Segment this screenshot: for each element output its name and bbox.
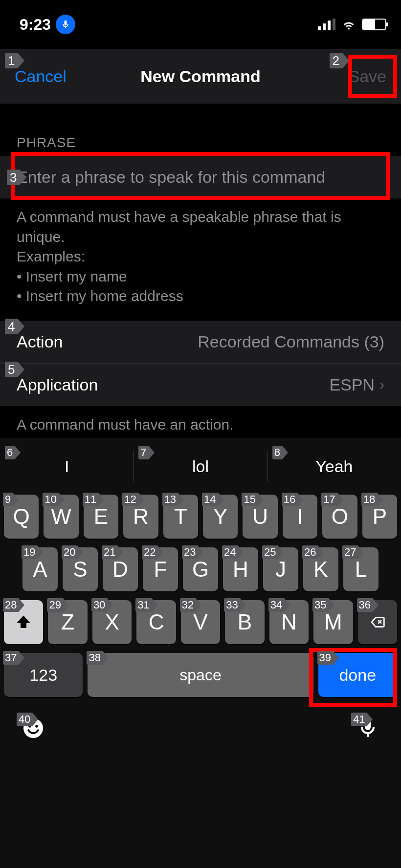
numtag-30: 30 [91, 598, 107, 612]
action-value-text: Recorded Commands (3) [198, 332, 384, 351]
svg-rect-3 [333, 19, 335, 30]
phrase-footer-line3: • Insert my name [17, 267, 384, 287]
numtag-11: 11 [83, 493, 98, 506]
save-button[interactable]: Save [349, 67, 387, 86]
cancel-button[interactable]: Cancel [15, 67, 67, 86]
numtag-22: 22 [142, 545, 157, 559]
numtag-41: 41 [351, 713, 367, 726]
key-r[interactable]: 12R [123, 495, 158, 539]
key-m[interactable]: 35M [313, 600, 353, 644]
key-s[interactable]: 20S [63, 547, 98, 591]
key-q[interactable]: 9Q [4, 495, 39, 539]
key-h[interactable]: 24H [223, 547, 258, 591]
numtag-38: 38 [87, 651, 102, 665]
suggestion-1[interactable]: 6 I [0, 442, 134, 491]
key-numbers[interactable]: 37 123 [4, 653, 83, 697]
key-y[interactable]: 14Y [203, 495, 238, 539]
application-label: Application [17, 375, 98, 394]
svg-rect-1 [323, 23, 326, 30]
suggestion-3-text: Yeah [315, 457, 353, 476]
time-label: 9:23 [20, 16, 51, 34]
cellular-icon [318, 19, 335, 30]
numtag-14: 14 [202, 493, 218, 506]
key-delete[interactable]: 36 [358, 600, 397, 644]
numtag-40: 40 [17, 713, 32, 726]
numtag-16: 16 [282, 493, 297, 506]
key-c[interactable]: 31C [136, 600, 176, 644]
action-value: Recorded Commands (3) [198, 332, 384, 351]
numtag-39: 39 [317, 651, 333, 665]
numtag-36: 36 [357, 598, 373, 612]
numtag-3: 3 [7, 170, 20, 185]
numtag-8: 8 [272, 446, 282, 459]
phrase-input[interactable] [17, 168, 384, 187]
suggestion-2[interactable]: 7 lol [134, 442, 267, 491]
phrase-footer: A command must have a speakable phrase t… [0, 198, 401, 320]
application-value: ESPN › [329, 375, 384, 394]
key-x[interactable]: 30X [92, 600, 132, 644]
key-k[interactable]: 26K [303, 547, 338, 591]
numtag-25: 25 [262, 545, 278, 559]
numtag-15: 15 [242, 493, 257, 506]
suggestion-3[interactable]: 8 Yeah [267, 442, 401, 491]
key-p[interactable]: 18P [362, 495, 397, 539]
key-l[interactable]: 27L [343, 547, 379, 591]
key-g[interactable]: 23G [183, 547, 218, 591]
numtag-28: 28 [3, 598, 19, 612]
numtag-13: 13 [162, 493, 178, 506]
application-row[interactable]: 5 Application ESPN › [0, 363, 401, 406]
phrase-input-cell[interactable]: 3 [0, 155, 401, 198]
numtag-19: 19 [22, 545, 37, 559]
status-left: 9:23 [20, 15, 75, 34]
status-right [318, 19, 386, 30]
numtag-21: 21 [102, 545, 117, 559]
suggestion-2-text: lol [192, 457, 209, 476]
numtag-37: 37 [3, 651, 19, 665]
emoji-button[interactable]: 40 [20, 715, 47, 742]
key-e[interactable]: 11E [84, 495, 118, 539]
numtag-10: 10 [43, 493, 58, 506]
keyboard: 6 I 7 lol 8 Yeah 9Q 10W 11E 12R 13T 14Y … [0, 438, 401, 868]
numtag-33: 33 [224, 598, 240, 612]
key-z[interactable]: 29Z [48, 600, 87, 644]
wifi-icon [340, 19, 357, 30]
key-w[interactable]: 10W [44, 495, 78, 539]
chevron-right-icon: › [379, 376, 384, 393]
numtag-1: 1 [5, 53, 18, 68]
numtag-27: 27 [342, 545, 358, 559]
key-shift[interactable]: 28 [4, 600, 43, 644]
key-u[interactable]: 15U [243, 495, 277, 539]
numtag-12: 12 [122, 493, 138, 506]
dictation-button[interactable]: 41 [354, 715, 381, 742]
nav-title: New Command [140, 67, 261, 86]
key-i[interactable]: 16I [283, 495, 317, 539]
key-d[interactable]: 21D [103, 547, 138, 591]
key-b[interactable]: 33B [225, 600, 264, 644]
key-j[interactable]: 25J [263, 547, 298, 591]
numtag-31: 31 [135, 598, 151, 612]
action-label: Action [17, 332, 63, 351]
numtag-35: 35 [312, 598, 328, 612]
key-a[interactable]: 19A [22, 547, 58, 591]
svg-rect-0 [318, 26, 321, 30]
numtag-29: 29 [47, 598, 63, 612]
key-t[interactable]: 13T [163, 495, 198, 539]
action-row[interactable]: 4 Action Recorded Commands (3) [0, 320, 401, 363]
nav-bar: 1 Cancel New Command 2 Save [0, 49, 401, 104]
numtag-32: 32 [180, 598, 196, 612]
key-space[interactable]: 38 space [88, 653, 313, 697]
key-n[interactable]: 34N [269, 600, 309, 644]
delete-icon [367, 614, 388, 630]
key-o[interactable]: 17O [322, 495, 357, 539]
numtag-2: 2 [330, 53, 342, 68]
numtag-17: 17 [321, 493, 337, 506]
key-f[interactable]: 22F [143, 547, 178, 591]
key-v[interactable]: 32V [181, 600, 220, 644]
numtag-23: 23 [182, 545, 198, 559]
numtag-5: 5 [5, 362, 18, 377]
numtag-6: 6 [5, 446, 15, 459]
key-done[interactable]: 39 done [318, 653, 397, 697]
numtag-20: 20 [62, 545, 77, 559]
phrase-footer-line2: Examples: [17, 247, 384, 267]
numtag-4: 4 [5, 319, 18, 334]
